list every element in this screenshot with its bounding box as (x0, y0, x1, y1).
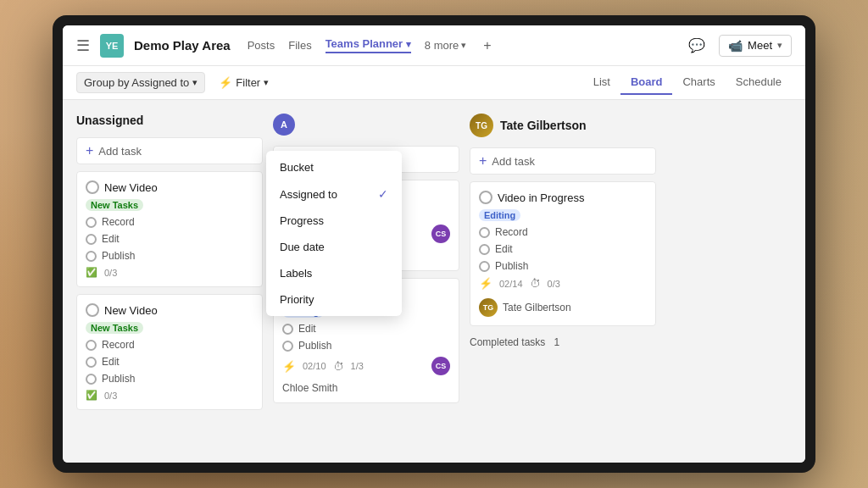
nav-links: Posts Files Teams Planner ▾ 8 more ▾ + (248, 37, 492, 53)
chat-icon[interactable]: 💬 (685, 34, 709, 58)
card-tag: New Tasks (86, 199, 143, 211)
card-status-circle-2[interactable] (86, 303, 99, 317)
plus-icon-tate: + (479, 153, 487, 169)
subtask-circle (86, 374, 97, 385)
card-tag-tate: Editing (479, 209, 520, 221)
laptop-frame: ☰ YE Demo Play Area Posts Files Teams Pl… (53, 15, 815, 473)
team-name: Demo Play Area (134, 38, 231, 53)
subtask-edit-2: Edit (86, 356, 253, 368)
subtask-circle (86, 340, 97, 351)
subtask-circle (479, 244, 490, 255)
tate-avatar: TG (470, 114, 493, 137)
avatar-cs-vp: CS (431, 357, 450, 375)
filter-button[interactable]: ⚡ Filter ▾ (212, 73, 275, 92)
card-title: New Video (104, 181, 158, 194)
column-header-middle: A (273, 110, 459, 139)
subtask-circle (86, 234, 97, 245)
subtask-publish-vp: Publish (282, 340, 450, 352)
completed-row: Completed tasks 1 (470, 333, 656, 352)
card-footer-tate: ⚡ 02/14 ⏱ 0/3 (479, 277, 647, 290)
filter-icon: ⚡ (219, 76, 232, 89)
subtask-circle (282, 324, 293, 335)
filter-chevron-icon: ▾ (264, 77, 269, 88)
card-title-2: New Video (104, 304, 158, 317)
clock-icon-vp: ⏱ (333, 360, 344, 373)
add-task-unassigned[interactable]: + Add task (76, 137, 263, 164)
nav-posts[interactable]: Posts (248, 39, 275, 52)
tab-list[interactable]: List (583, 70, 620, 95)
subtask-circle (86, 217, 97, 228)
subtask-publish: Publish (86, 250, 253, 262)
tab-schedule[interactable]: Schedule (726, 70, 792, 95)
subtask-circle (282, 341, 293, 352)
card-footer-vp: ⚡ 02/10 ⏱ 1/3 CS (282, 357, 450, 375)
subtask-circle (86, 357, 97, 368)
dropdown-item-priority[interactable]: Priority (266, 286, 402, 313)
subtask-record: Record (86, 216, 253, 228)
dropdown-item-bucket[interactable]: Bucket (266, 154, 402, 180)
card-tag-2: New Tasks (86, 322, 143, 334)
check-icon: ✅ (86, 267, 97, 278)
clock-icon-tate: ⏱ (530, 277, 541, 290)
nav-more[interactable]: 8 more ▾ (425, 39, 466, 52)
header: ☰ YE Demo Play Area Posts Files Teams Pl… (63, 25, 805, 66)
view-tabs: List Board Charts Schedule (583, 70, 792, 95)
subtask-edit-vp: Edit (282, 323, 450, 335)
avatar-cs: CS (431, 225, 450, 243)
tab-charts[interactable]: Charts (672, 70, 725, 95)
column-avatar-a: A (273, 114, 295, 136)
camera-icon: 📹 (728, 39, 743, 53)
dropdown-overlay: Bucket Assigned to ✓ Progress Due date L… (266, 151, 402, 316)
nav-files[interactable]: Files (288, 39, 311, 52)
card-video-tate: Video in Progress Editing Record Edit Pu… (470, 181, 656, 326)
card-title-tate: Video in Progress (498, 191, 584, 204)
dropdown-item-labels[interactable]: Labels (266, 260, 402, 286)
dropdown-item-progress[interactable]: Progress (266, 208, 402, 234)
subtask-record-tate: Record (479, 226, 647, 238)
meet-button[interactable]: 📹 Meet ▾ (719, 35, 792, 57)
card-new-video-2: New Video New Tasks Record Edit Publish (76, 294, 263, 410)
subtask-circle (479, 227, 490, 238)
add-task-tate[interactable]: + Add task (470, 147, 656, 175)
column-header-tate: TG Tate Gilbertson (470, 110, 656, 141)
lightning-icon-tate: ⚡ (479, 277, 492, 290)
subtask-edit: Edit (86, 233, 253, 245)
avatar-label-vp: Chloe Smith (282, 382, 450, 394)
nav-teams-planner[interactable]: Teams Planner ▾ (326, 37, 411, 53)
tab-board[interactable]: Board (620, 70, 673, 95)
column-tate: TG Tate Gilbertson + Add task Video in P… (470, 110, 656, 452)
dropdown-item-assigned-to[interactable]: Assigned to ✓ (266, 180, 402, 208)
board: Unassigned + Add task New Video New Task… (63, 100, 805, 463)
checkmark-icon: ✓ (378, 187, 388, 201)
dropdown-menu: Bucket Assigned to ✓ Progress Due date L… (266, 151, 402, 316)
subtask-edit-tate: Edit (479, 243, 647, 255)
column-header-unassigned: Unassigned (76, 110, 263, 130)
header-right: 💬 📹 Meet ▾ (685, 34, 792, 58)
card-new-video-1: New Video New Tasks Record Edit Publish (76, 171, 263, 287)
tate-card-footer-avatar: TG Tate Gilbertson (479, 298, 647, 317)
chevron-down-icon: ▾ (192, 77, 198, 88)
card-footer: ✅ 0/3 (86, 267, 253, 278)
subtask-publish-tate: Publish (479, 260, 647, 272)
plus-icon: + (86, 143, 93, 158)
subtask-record-2: Record (86, 339, 253, 351)
group-by-button[interactable]: Group by Assigned to ▾ (76, 72, 205, 93)
hamburger-icon[interactable]: ☰ (76, 36, 90, 55)
subtask-publish-2: Publish (86, 373, 253, 385)
lightning-icon-vp: ⚡ (282, 360, 296, 373)
tate-small-avatar: TG (479, 298, 498, 317)
dropdown-item-due-date[interactable]: Due date (266, 234, 402, 260)
column-unassigned: Unassigned + Add task New Video New Task… (76, 110, 263, 452)
subtask-circle (86, 251, 97, 262)
check-icon-2: ✅ (86, 390, 97, 401)
toolbar: Group by Assigned to ▾ ⚡ Filter ▾ List B… (63, 66, 805, 100)
card-status-circle[interactable] (86, 180, 99, 194)
card-title-row: New Video (86, 180, 253, 194)
subtask-circle (479, 261, 490, 272)
add-tab-button[interactable]: + (483, 38, 491, 53)
card-title-row-tate: Video in Progress (479, 191, 647, 204)
card-footer-2: ✅ 0/3 (86, 390, 253, 401)
user-avatar: YE (100, 34, 124, 58)
card-status-tate[interactable] (479, 191, 492, 204)
card-title-row-2: New Video (86, 303, 253, 317)
